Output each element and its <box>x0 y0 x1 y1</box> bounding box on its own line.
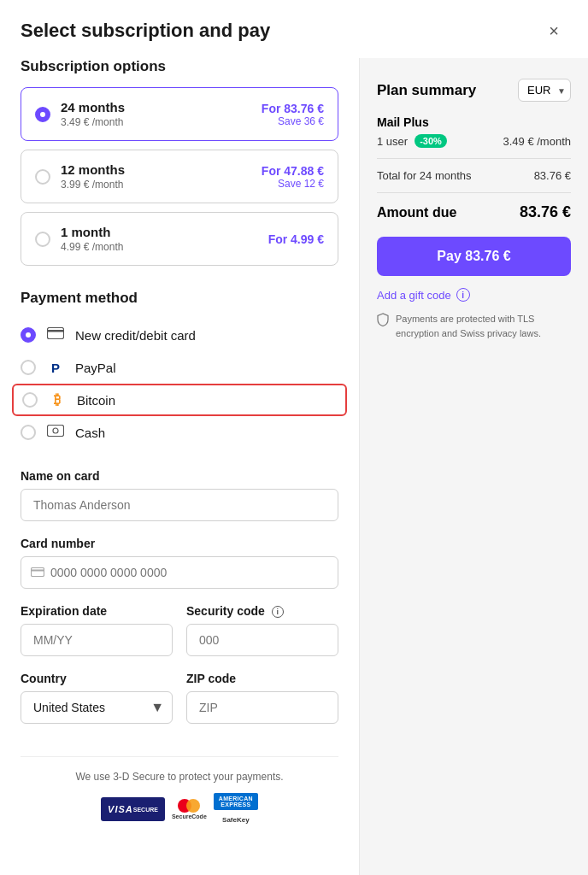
subscription-price-1m: For 4.99 € <box>268 232 324 246</box>
pay-button[interactable]: Pay 83.76 € <box>377 237 571 276</box>
payment-label-bitcoin: Bitcoin <box>77 393 115 408</box>
security-row: Payments are protected with TLS encrypti… <box>377 312 571 340</box>
price-save-24m: Save 36 € <box>262 115 324 127</box>
payment-label-card: New credit/debit card <box>75 328 196 343</box>
subscription-info: 24 months 3.49 € /month <box>61 100 125 128</box>
radio-bitcoin[interactable] <box>22 392 38 408</box>
payment-option-card[interactable]: New credit/debit card <box>21 319 338 351</box>
card-number-group: Card number <box>21 537 338 589</box>
discount-badge: -30% <box>415 134 447 148</box>
shield-icon <box>377 313 389 329</box>
radio-24m[interactable] <box>35 107 50 122</box>
radio-card[interactable] <box>21 327 36 343</box>
country-group: Country United States United Kingdom Ger… <box>21 672 173 724</box>
divider-2 <box>377 192 571 193</box>
payment-methods: Payment method New credit/debit card <box>21 290 338 449</box>
expiry-label: Expiration date <box>21 604 173 618</box>
svg-rect-0 <box>48 328 64 339</box>
close-button[interactable]: × <box>540 17 567 44</box>
security-notice: We use 3-D Secure to protect your paymen… <box>21 756 338 825</box>
plan-row: Mail Plus 1 user -30% 3.49 € /month <box>377 115 571 148</box>
bitcoin-icon: ₿ <box>48 392 67 408</box>
payment-label-paypal: PayPal <box>75 361 116 375</box>
subscription-info-1m: 1 month 4.99 € /month <box>61 225 123 253</box>
plan-summary-header: Plan summary EUR USD GBP ▼ <box>377 79 571 102</box>
payment-option-bitcoin[interactable]: ₿ Bitcoin <box>12 384 347 416</box>
country-zip-row: Country United States United Kingdom Ger… <box>21 672 338 739</box>
total-value: 83.76 € <box>534 169 571 182</box>
card-input-icon <box>31 566 44 579</box>
amount-due-value: 83.76 € <box>520 203 571 221</box>
amount-due-label: Amount due <box>377 205 456 220</box>
subscription-card-left-12m: 12 months 3.99 € /month <box>35 162 125 191</box>
security-description: Payments are protected with TLS encrypti… <box>396 312 571 340</box>
svg-point-3 <box>53 428 58 433</box>
gift-code-info-icon[interactable]: i <box>456 288 470 302</box>
payment-section-title: Payment method <box>21 290 338 307</box>
price-main-24m: For 83.76 € <box>262 102 324 115</box>
zip-input[interactable] <box>186 691 338 724</box>
security-label: Security code i <box>186 604 338 618</box>
currency-wrapper: EUR USD GBP ▼ <box>518 79 571 102</box>
price-main-12m: For 47.88 € <box>262 164 324 178</box>
subscription-option-1m[interactable]: 1 month 4.99 € /month For 4.99 € <box>21 212 338 266</box>
modal: Select subscription and pay × Subscripti… <box>0 0 588 875</box>
left-panel: Subscription options 24 months 3.49 € /m… <box>0 58 359 875</box>
subscription-price-12m: For 47.88 € Save 12 € <box>262 164 324 190</box>
subscription-label-1m: 1 month <box>61 225 123 239</box>
expiry-input[interactable] <box>21 624 173 656</box>
svg-rect-4 <box>32 568 44 577</box>
country-select-wrapper: United States United Kingdom Germany Fra… <box>21 691 173 724</box>
plan-name: Mail Plus <box>377 115 571 129</box>
svg-rect-1 <box>47 330 64 332</box>
zip-group: ZIP code <box>186 672 338 724</box>
radio-1m[interactable] <box>35 232 50 247</box>
credit-card-icon <box>46 327 65 343</box>
visa-logo: VISA SECURE <box>101 797 165 821</box>
user-count: 1 user <box>377 135 408 148</box>
card-input-wrapper <box>21 556 338 589</box>
currency-select[interactable]: EUR USD GBP <box>518 79 571 102</box>
radio-paypal[interactable] <box>21 360 36 375</box>
security-input[interactable] <box>186 624 338 656</box>
amount-due-row: Amount due 83.76 € <box>377 203 571 221</box>
payment-option-paypal[interactable]: P PayPal <box>21 351 338 384</box>
payment-option-cash[interactable]: Cash <box>21 416 338 449</box>
subscription-sublabel-24m: 3.49 € /month <box>61 116 125 128</box>
name-input[interactable] <box>21 489 338 521</box>
zip-label: ZIP code <box>186 672 338 685</box>
radio-12m[interactable] <box>35 169 50 185</box>
name-label: Name on card <box>21 469 338 483</box>
subscription-option-24m[interactable]: 24 months 3.49 € /month For 83.76 € Save… <box>21 87 338 141</box>
modal-body: Subscription options 24 months 3.49 € /m… <box>0 58 588 875</box>
country-select[interactable]: United States United Kingdom Germany Fra… <box>21 691 173 724</box>
subscription-label-12m: 12 months <box>61 162 125 177</box>
modal-title: Select subscription and pay <box>21 20 270 42</box>
subscription-card-left: 24 months 3.49 € /month <box>35 100 125 128</box>
subscription-options: Subscription options 24 months 3.49 € /m… <box>21 58 338 266</box>
modal-header: Select subscription and pay × <box>0 0 588 58</box>
gift-code-button[interactable]: Add a gift code i <box>377 288 470 302</box>
amex-logo: AMERICANEXPRESS SafeKey <box>214 793 258 825</box>
subscription-card-left-1m: 1 month 4.99 € /month <box>35 225 123 253</box>
cash-icon <box>46 425 65 440</box>
divider <box>377 158 571 159</box>
plan-summary-title: Plan summary <box>377 82 476 99</box>
name-field-group: Name on card <box>21 469 338 521</box>
plan-detail-left: 1 user -30% <box>377 134 447 148</box>
paypal-icon: P <box>46 361 65 375</box>
svg-rect-2 <box>48 426 64 437</box>
svg-rect-5 <box>31 570 44 572</box>
security-info-icon[interactable]: i <box>272 606 284 618</box>
card-logos: VISA SECURE SecureCode AMERICANEXPRESS S… <box>21 793 338 825</box>
radio-cash[interactable] <box>21 425 36 440</box>
subscription-price-24m: For 83.76 € Save 36 € <box>262 102 324 127</box>
subscription-sublabel-12m: 3.99 € /month <box>61 179 125 191</box>
expiry-group: Expiration date <box>21 604 173 656</box>
card-number-input[interactable] <box>21 556 338 589</box>
price-save-12m: Save 12 € <box>262 178 324 190</box>
subscription-option-12m[interactable]: 12 months 3.99 € /month For 47.88 € Save… <box>21 150 338 203</box>
subscription-info-12m: 12 months 3.99 € /month <box>61 162 125 191</box>
expiry-security-row: Expiration date Security code i <box>21 604 338 672</box>
right-panel: Plan summary EUR USD GBP ▼ Mail Plus 1 u… <box>359 58 588 875</box>
